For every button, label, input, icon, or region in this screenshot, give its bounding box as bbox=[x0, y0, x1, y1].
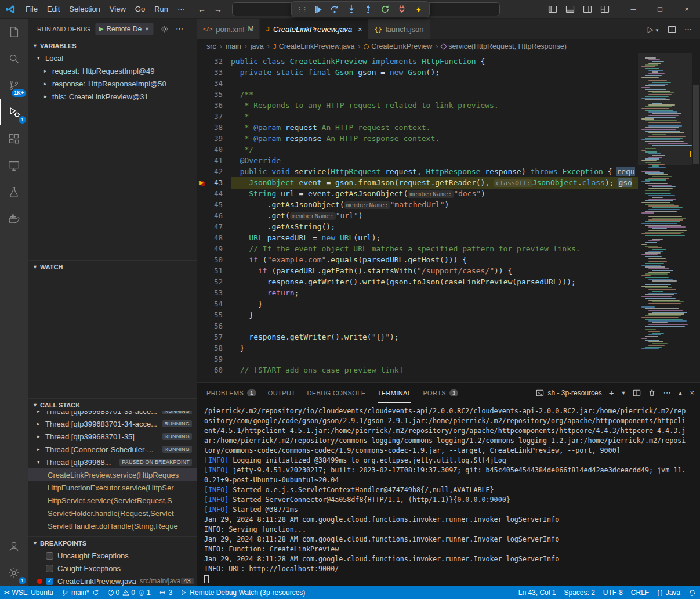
menu-selection[interactable]: Selection bbox=[64, 3, 104, 15]
minimap[interactable] bbox=[638, 53, 692, 382]
activity-item-remote-explorer[interactable] bbox=[0, 152, 28, 179]
toggle-sidebar-icon[interactable] bbox=[548, 5, 557, 14]
panel-tab-ports[interactable]: PORTS3 bbox=[423, 383, 458, 403]
breadcrumb-item[interactable]: main bbox=[226, 42, 241, 50]
debug-continue-button[interactable] bbox=[312, 3, 324, 15]
nav-back-icon[interactable]: ← bbox=[198, 5, 206, 14]
breakpoint-checkbox[interactable]: ✓ bbox=[46, 578, 53, 585]
panel-tab-output[interactable]: OUTPUT bbox=[268, 383, 296, 403]
code-line[interactable]: 50 if ("example.com".equals(parsedURL.ge… bbox=[197, 254, 638, 265]
gutter[interactable]: 42 bbox=[197, 167, 231, 176]
breadcrumb-item[interactable]: src bbox=[206, 42, 216, 50]
gutter[interactable]: 50 bbox=[197, 255, 231, 264]
gutter[interactable]: 59 bbox=[197, 355, 231, 363]
code-line[interactable]: 48 URL parsedURL = new URL(url); bbox=[197, 232, 638, 243]
gutter[interactable]: 56 bbox=[197, 322, 231, 330]
gutter[interactable]: 41 bbox=[197, 156, 231, 165]
gutter[interactable]: 51 bbox=[197, 266, 231, 275]
variable-row[interactable]: ▸request:HttpRequestImpl@49 bbox=[28, 64, 197, 77]
activity-item-settings[interactable]: 1 bbox=[0, 560, 28, 586]
gutter[interactable]: 33 bbox=[197, 68, 231, 77]
breakpoint-row[interactable]: Uncaught Exceptions bbox=[28, 549, 197, 562]
language-mode[interactable]: { }Java bbox=[653, 586, 684, 599]
code-line[interactable]: 53 return; bbox=[197, 287, 638, 298]
activity-item-search[interactable] bbox=[0, 45, 28, 72]
editor-more-actions-icon[interactable]: ⋯ bbox=[684, 25, 692, 34]
gutter[interactable]: 39 bbox=[197, 134, 231, 143]
terminal-selector[interactable]: sh - 3p-resources bbox=[536, 389, 601, 397]
maximize-button[interactable]: □ bbox=[647, 0, 673, 19]
notifications-bell[interactable] bbox=[684, 586, 700, 599]
breakpoints-section-header[interactable]: ▼ BREAKPOINTS bbox=[28, 536, 197, 549]
drag-grip-icon[interactable]: ⋮⋮ bbox=[296, 6, 307, 13]
gutter[interactable]: 55 bbox=[197, 311, 231, 319]
gutter[interactable]: 60 bbox=[197, 366, 231, 374]
breakpoint-checkbox[interactable] bbox=[46, 552, 53, 560]
sidebar-more-actions-icon[interactable]: ⋯ bbox=[176, 24, 183, 33]
eol-status[interactable]: CRLF bbox=[627, 586, 653, 599]
variable-row[interactable]: ▸this:CreateLinkPreview@31 bbox=[28, 90, 197, 103]
breadcrumb-item[interactable]: JCreateLinkPreview.java bbox=[273, 42, 355, 50]
toggle-panel-icon[interactable] bbox=[565, 5, 575, 14]
remote-indicator[interactable]: >< WSL: Ubuntu bbox=[0, 586, 57, 599]
call-stack-frame[interactable]: HttpFunctionExecutor.service(HttpSer bbox=[28, 481, 197, 494]
code-line[interactable]: 41 @Override bbox=[197, 155, 638, 166]
code-line[interactable]: 55 } bbox=[197, 309, 638, 320]
gutter[interactable]: 58 bbox=[197, 344, 231, 352]
terminal-output[interactable]: /pierrick/.m2/repository/io/cloudevents/… bbox=[197, 403, 700, 586]
menu-edit[interactable]: Edit bbox=[42, 3, 64, 15]
panel-tab-problems[interactable]: PROBLEMS1 bbox=[206, 383, 256, 403]
call-stack-thread[interactable]: ▸Thread [qtp399683701-34-acce...RUNNING bbox=[28, 417, 197, 430]
menu-run[interactable]: Run bbox=[150, 3, 173, 15]
gutter[interactable]: 32 bbox=[197, 57, 231, 66]
gutter[interactable]: 57 bbox=[197, 333, 231, 341]
menu-file[interactable]: File bbox=[21, 3, 42, 15]
new-terminal-icon[interactable]: + bbox=[609, 388, 614, 398]
menu-more[interactable]: ··· bbox=[173, 3, 190, 15]
split-terminal-icon[interactable] bbox=[633, 389, 641, 397]
call-stack-section-header[interactable]: ▼ CALL STACK bbox=[28, 398, 197, 411]
debug-settings-gear-icon[interactable] bbox=[161, 25, 169, 33]
code-line[interactable]: 36 * Responds to any HTTP request relate… bbox=[197, 100, 638, 111]
breakpoint-checkbox[interactable] bbox=[46, 565, 53, 572]
code-line[interactable]: 60 // [START add_ons_case_preview_link] bbox=[197, 365, 638, 376]
code-line[interactable]: 45 .getAsJsonObject(memberName:"matchedU… bbox=[197, 199, 638, 210]
code-line[interactable]: 39 * @param response An HTTP response co… bbox=[197, 133, 638, 144]
activity-item-explorer[interactable] bbox=[0, 19, 28, 45]
gutter[interactable]: 34 bbox=[197, 79, 231, 88]
call-stack-thread[interactable]: ▸Thread [qtp399683701-33-acce...RUNNING bbox=[28, 411, 197, 417]
debug-status[interactable]: Remote Debug Watch (3p-resources) bbox=[176, 586, 309, 599]
activity-item-accounts[interactable] bbox=[0, 533, 28, 560]
debug-step-over-button[interactable] bbox=[329, 3, 340, 15]
gutter[interactable]: 36 bbox=[197, 101, 231, 110]
panel-tab-debug-console[interactable]: DEBUG CONSOLE bbox=[307, 383, 365, 403]
debug-restart-button[interactable] bbox=[379, 3, 391, 15]
gutter[interactable]: 53 bbox=[197, 288, 231, 297]
problems-status[interactable]: 0 0 1 bbox=[103, 586, 155, 599]
call-stack-frame[interactable]: HttpServlet.service(ServletRequest,S bbox=[28, 494, 197, 507]
variables-scope[interactable]: ▾Local bbox=[28, 52, 197, 64]
close-panel-icon[interactable]: × bbox=[690, 388, 694, 397]
activity-item-run-and-debug[interactable]: 1 bbox=[0, 99, 28, 125]
code-line[interactable]: 51 if (parsedURL.getPath().startsWith("/… bbox=[197, 265, 638, 276]
minimize-button[interactable]: ─ bbox=[620, 0, 647, 19]
tab-launch.json[interactable]: {}launch.json bbox=[368, 19, 430, 39]
code-line[interactable]: 58 } bbox=[197, 342, 638, 353]
code-line[interactable]: 47 .getAsString(); bbox=[197, 221, 638, 232]
variable-row[interactable]: ▸response:HttpResponseImpl@50 bbox=[28, 77, 197, 90]
code-line[interactable]: 56 bbox=[197, 320, 638, 331]
gutter[interactable]: 35 bbox=[197, 90, 231, 99]
customize-layout-icon[interactable] bbox=[600, 5, 610, 14]
encoding-status[interactable]: UTF-8 bbox=[599, 586, 627, 599]
panel-more-actions-icon[interactable]: ⋯ bbox=[663, 388, 670, 397]
minimap-slider[interactable] bbox=[638, 53, 692, 165]
code-editor[interactable]: 32public class CreateLinkPreview impleme… bbox=[197, 53, 700, 382]
gutter[interactable]: 48 bbox=[197, 233, 231, 242]
gutter[interactable]: 46 bbox=[197, 211, 231, 220]
debug-disconnect-button[interactable] bbox=[396, 3, 408, 15]
call-stack-frame[interactable]: ServletHolder.handle(Request,Servlet bbox=[28, 507, 197, 519]
gutter[interactable]: 52 bbox=[197, 277, 231, 286]
code-line[interactable]: 38 * @param request An HTTP request cont… bbox=[197, 122, 638, 133]
toggle-secondary-sidebar-icon[interactable] bbox=[583, 5, 592, 14]
code-line[interactable]: 54 } bbox=[197, 298, 638, 309]
